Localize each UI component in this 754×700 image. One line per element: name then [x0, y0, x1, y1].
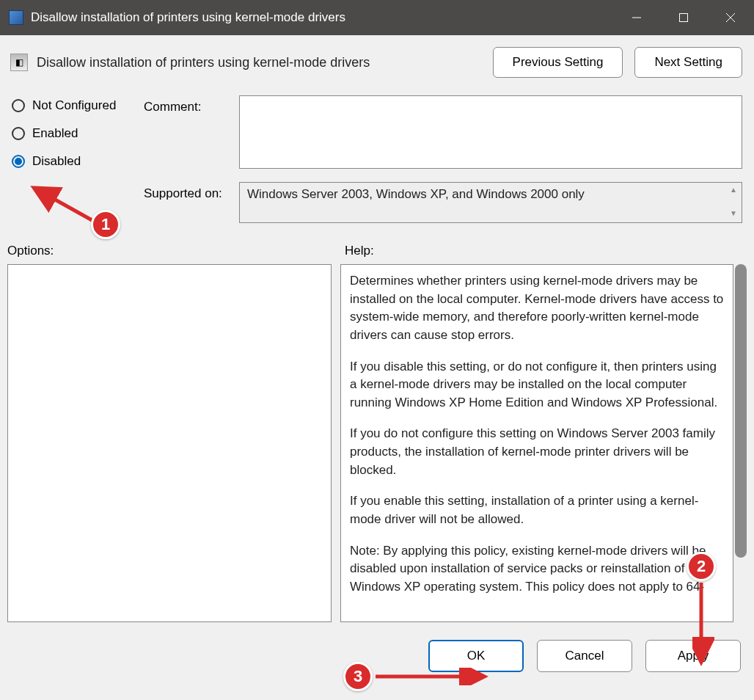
options-pane: [7, 264, 332, 622]
help-paragraph: Determines whether printers using kernel…: [350, 272, 724, 345]
close-button[interactable]: [707, 0, 754, 35]
window-icon: [9, 10, 23, 25]
window-title: Disallow installation of printers using …: [31, 10, 345, 25]
scrollbar-thumb[interactable]: [735, 264, 747, 558]
comment-label: Comment:: [144, 95, 239, 169]
previous-setting-button[interactable]: Previous Setting: [493, 47, 623, 78]
scroll-up-icon[interactable]: ▲: [728, 186, 739, 196]
cancel-button[interactable]: Cancel: [537, 640, 632, 672]
titlebar: Disallow installation of printers using …: [0, 0, 754, 35]
radio-icon: [12, 99, 25, 112]
policy-name: Disallow installation of printers using …: [37, 55, 370, 70]
help-paragraph: If you disable this setting, or do not c…: [350, 358, 724, 412]
supported-on-value: Windows Server 2003, Windows XP, and Win…: [247, 187, 585, 201]
next-setting-button[interactable]: Next Setting: [634, 47, 742, 78]
scroll-down-icon[interactable]: ▼: [728, 209, 739, 219]
annotation-badge-2: 2: [687, 552, 716, 581]
help-paragraph: If you enable this setting, installation…: [350, 492, 724, 528]
header-row: ◧ Disallow installation of printers usin…: [0, 35, 754, 81]
supported-on-field: Windows Server 2003, Windows XP, and Win…: [239, 182, 742, 223]
radio-icon: [12, 127, 25, 140]
help-paragraph: Note: By applying this policy, existing …: [350, 542, 724, 597]
help-label: Help:: [345, 244, 374, 258]
maximize-button[interactable]: [660, 0, 707, 35]
close-icon: [725, 12, 736, 23]
help-pane: Determines whether printers using kernel…: [340, 264, 733, 622]
minimize-icon: [632, 12, 642, 23]
comment-field[interactable]: [239, 95, 742, 169]
dialog-buttons: OK Cancel Apply: [0, 622, 754, 672]
radio-disabled[interactable]: Disabled: [12, 154, 144, 169]
svg-line-4: [37, 189, 100, 225]
radio-not-configured-label: Not Configured: [32, 98, 116, 113]
radio-icon: [12, 155, 25, 168]
svg-rect-1: [680, 14, 688, 22]
help-paragraph: If you do not configure this setting on …: [350, 425, 724, 479]
options-label: Options:: [7, 244, 345, 258]
radio-disabled-label: Disabled: [32, 154, 81, 169]
annotation-arrow-3: [373, 668, 490, 685]
maximize-icon: [678, 12, 689, 23]
annotation-badge-1: 1: [91, 210, 120, 239]
policy-icon: ◧: [10, 54, 28, 71]
radio-enabled-label: Enabled: [32, 126, 78, 141]
supported-on-label: Supported on:: [144, 182, 239, 223]
radio-enabled[interactable]: Enabled: [12, 126, 144, 141]
annotation-badge-3: 3: [343, 662, 373, 691]
radio-not-configured[interactable]: Not Configured: [12, 98, 144, 113]
minimize-button[interactable]: [613, 0, 660, 35]
dialog-content: ◧ Disallow installation of printers usin…: [0, 35, 754, 700]
annotation-arrow-2: [692, 580, 714, 668]
help-scrollbar[interactable]: [735, 264, 747, 622]
